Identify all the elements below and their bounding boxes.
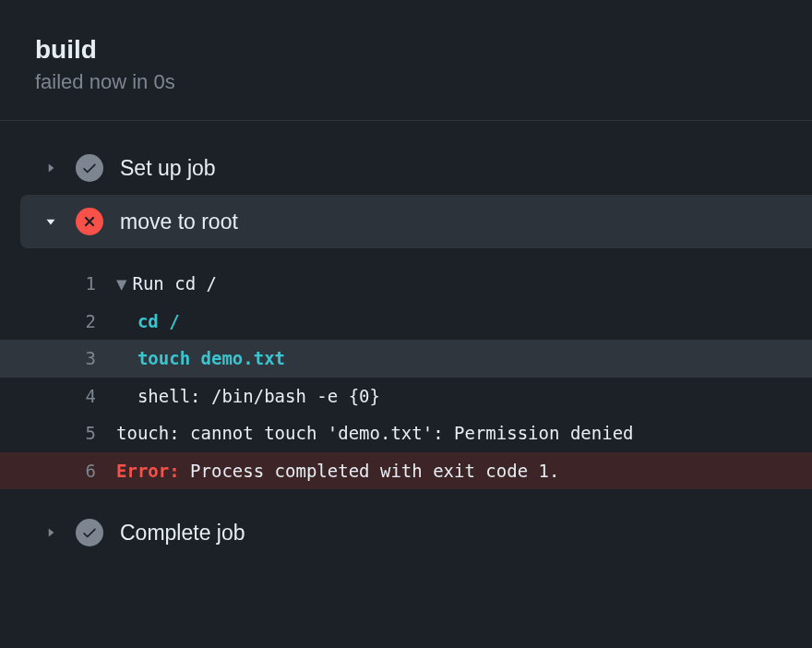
line-number: 2 [0, 308, 116, 335]
check-circle-icon [76, 519, 103, 546]
step-set-up-job[interactable]: Set up job [0, 141, 812, 195]
log-line[interactable]: 4 shell: /bin/bash -e {0} [0, 378, 812, 415]
step-move-to-root[interactable]: move to root [20, 195, 812, 248]
log-output: 1 ▼Run cd / 2 cd / 3 touch demo.txt 4 sh… [0, 248, 812, 506]
collapse-toggle-icon[interactable]: ▼ [116, 273, 126, 294]
line-content: shell: /bin/bash -e {0} [116, 383, 380, 410]
line-number: 5 [0, 420, 116, 447]
step-name: Set up job [120, 156, 216, 181]
job-header: build failed now in 0s [0, 0, 812, 121]
chevron-down-icon [42, 213, 59, 230]
line-content: touch demo.txt [116, 345, 285, 372]
line-number: 1 [0, 270, 116, 297]
line-content: ▼Run cd / [116, 270, 217, 297]
line-content: cd / [116, 308, 180, 335]
job-status: failed now in 0s [35, 70, 777, 94]
log-line-error[interactable]: 6 Error: Process completed with exit cod… [0, 452, 812, 490]
line-content: touch: cannot touch 'demo.txt': Permissi… [116, 420, 634, 447]
x-circle-icon [76, 208, 103, 235]
step-name: Complete job [120, 521, 245, 546]
log-line[interactable]: 5 touch: cannot touch 'demo.txt': Permis… [0, 414, 812, 452]
log-line[interactable]: 2 cd / [0, 303, 812, 341]
check-circle-icon [76, 154, 103, 182]
step-name: move to root [120, 210, 238, 234]
log-line[interactable]: 1 ▼Run cd / [0, 265, 812, 303]
steps-list: Set up job move to root 1 ▼Run cd / 2 cd… [0, 121, 812, 559]
job-title: build [35, 35, 777, 65]
chevron-right-icon [42, 160, 59, 176]
chevron-right-icon [42, 524, 59, 541]
line-number: 3 [0, 345, 116, 372]
step-complete-job[interactable]: Complete job [0, 506, 812, 559]
line-number: 6 [0, 458, 116, 485]
log-line[interactable]: 3 touch demo.txt [0, 340, 812, 378]
line-number: 4 [0, 383, 116, 410]
line-content: Error: Process completed with exit code … [116, 458, 559, 485]
